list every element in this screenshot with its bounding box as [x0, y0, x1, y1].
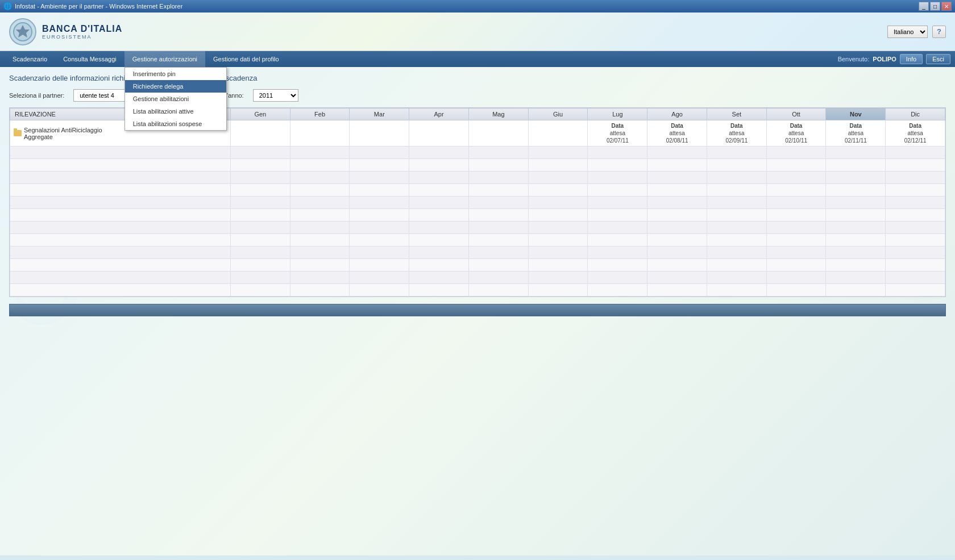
header-right: Italiano English ?	[887, 26, 946, 38]
data-table-container: RILEVAZIONE Gen Feb Mar Apr Mag Giu Lug …	[9, 107, 946, 297]
status-bar	[9, 304, 946, 316]
rilevazione-label: Segnalazioni AntiRiciclaggioAggregate	[24, 127, 102, 140]
cell-nov: Data attesa 02/11/11	[826, 120, 886, 147]
col-giu: Giu	[528, 108, 588, 120]
logo-text: BANCA D'ITALIA EUROSISTEMA	[42, 24, 122, 40]
col-ago: Ago	[647, 108, 707, 120]
logo-main: BANCA D'ITALIA	[42, 24, 122, 34]
nav-bar: Scadenzario Consulta Messaggi Gestione a…	[0, 51, 955, 67]
table-row	[10, 234, 945, 246]
table-row	[10, 159, 945, 172]
logo-sub: EUROSISTEMA	[42, 34, 122, 40]
table-row	[10, 284, 945, 296]
col-nov: Nov	[826, 108, 886, 120]
minimize-button[interactable]: _	[919, 2, 929, 11]
year-select[interactable]: 2011 2010 2012	[253, 89, 298, 102]
dropdown-item-lista-abilitazioni-attive[interactable]: Lista abilitazioni attive	[125, 105, 226, 118]
dropdown-item-richiedere-delega[interactable]: Richiedere delega	[125, 80, 226, 93]
table-row	[10, 271, 945, 284]
cell-giu	[528, 120, 588, 147]
main-content: € Scadenzario delle informazioni richies…	[0, 67, 955, 555]
close-button[interactable]: ✕	[941, 2, 952, 11]
title-bar-text: Infostat - Ambiente per il partner - Win…	[15, 3, 182, 10]
username-label: POLIPO	[873, 56, 896, 62]
col-gen: Gen	[230, 108, 290, 120]
col-set: Set	[707, 108, 766, 120]
cell-ago: Data attesa 02/08/11	[647, 120, 707, 147]
nav-right: Benvenuto: POLIPO Info Esci	[838, 51, 950, 67]
dropdown-item-gestione-abilitazioni[interactable]: Gestione abilitazioni	[125, 93, 226, 105]
table-row	[10, 222, 945, 234]
cell-mar	[350, 120, 409, 147]
logo-area: BANCA D'ITALIA EUROSISTEMA	[9, 18, 122, 45]
cell-feb	[290, 120, 350, 147]
col-feb: Feb	[290, 108, 350, 120]
browser-icon: 🌐	[3, 2, 12, 10]
table-row	[10, 197, 945, 209]
col-apr: Apr	[409, 108, 469, 120]
cell-dic: Data attesa 02/12/11	[886, 120, 945, 147]
nav-consulta-messaggi[interactable]: Consulta Messaggi	[55, 51, 124, 67]
table-row	[10, 147, 945, 159]
cell-apr	[409, 120, 469, 147]
window-controls: _ □ ✕	[919, 2, 952, 11]
col-lug: Lug	[588, 108, 647, 120]
info-button[interactable]: Info	[900, 54, 923, 64]
language-select[interactable]: Italiano English	[887, 26, 928, 38]
table-row	[10, 246, 945, 259]
cell-gen	[230, 120, 290, 147]
col-ott: Ott	[766, 108, 826, 120]
table-row	[10, 259, 945, 271]
logo-icon	[9, 18, 36, 45]
cell-set: Data attesa 02/09/11	[707, 120, 766, 147]
gestione-autorizzazioni-dropdown: Inserimento pin Richiedere delega Gestio…	[124, 67, 227, 131]
partner-label: Seleziona il partner:	[9, 92, 64, 99]
cell-mag	[468, 120, 528, 147]
table-row	[10, 184, 945, 197]
col-dic: Dic	[886, 108, 945, 120]
data-table: RILEVAZIONE Gen Feb Mar Apr Mag Giu Lug …	[10, 108, 945, 296]
nav-gestione-dati-profilo[interactable]: Gestione dati del profilo	[205, 51, 287, 67]
exit-button[interactable]: Esci	[926, 54, 950, 64]
restore-button[interactable]: □	[930, 2, 940, 11]
folder-icon	[14, 130, 22, 136]
dropdown-item-inserimento-pin[interactable]: Inserimento pin	[125, 68, 226, 80]
cell-lug: Data attesa 02/07/11	[588, 120, 647, 147]
col-mag: Mag	[468, 108, 528, 120]
col-mar: Mar	[350, 108, 409, 120]
cell-ott: Data attesa 02/10/11	[766, 120, 826, 147]
title-bar: 🌐 Infostat - Ambiente per il partner - W…	[0, 0, 955, 12]
nav-scadenzario[interactable]: Scadenzario	[5, 51, 55, 67]
app-header: BANCA D'ITALIA EUROSISTEMA Italiano Engl…	[0, 12, 955, 51]
help-button[interactable]: ?	[932, 26, 946, 38]
table-row	[10, 172, 945, 184]
dropdown-item-lista-abilitazioni-sospese[interactable]: Lista abilitazioni sospese	[125, 118, 226, 130]
table-row	[10, 209, 945, 222]
welcome-label: Benvenuto:	[838, 56, 870, 62]
nav-gestione-autorizzazioni[interactable]: Gestione autorizzazioni Inserimento pin …	[124, 51, 205, 67]
